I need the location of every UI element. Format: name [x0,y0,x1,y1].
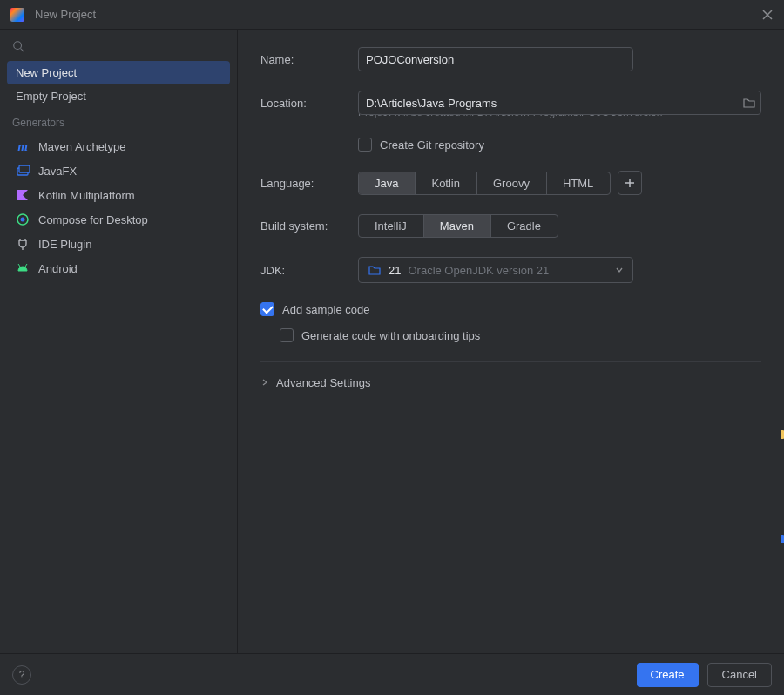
git-repo-checkbox[interactable]: Create Git repository [260,138,761,152]
close-icon[interactable] [761,9,774,21]
language-segmented: Java Kotlin Groovy HTML [358,172,611,195]
name-label: Name: [260,53,358,66]
maven-icon: m [16,139,30,153]
sidebar-item-label: JavaFX [38,165,77,178]
android-icon [16,261,30,275]
build-intellij[interactable]: IntelliJ [359,215,423,237]
plugin-icon [16,237,30,251]
language-java[interactable]: Java [359,172,415,194]
language-groovy[interactable]: Groovy [476,172,546,194]
jdk-description: Oracle OpenJDK version 21 [408,264,549,277]
build-maven[interactable]: Maven [423,215,490,237]
sidebar-item-empty-project[interactable]: Empty Project [7,84,230,108]
onboarding-tips-checkbox[interactable]: Generate code with onboarding tips [260,328,761,342]
gutter-markers [779,30,784,653]
sidebar-item-label: Kotlin Multiplatform [38,189,135,202]
language-kotlin[interactable]: Kotlin [415,172,476,194]
sidebar-item-label: Maven Archetype [38,140,125,153]
chevron-right-icon [260,376,269,389]
add-language-button[interactable] [618,171,642,195]
jdk-version: 21 [389,264,401,277]
kotlin-icon [16,188,30,202]
onboarding-tips-label: Generate code with onboarding tips [301,329,480,342]
language-html[interactable]: HTML [546,172,610,194]
name-input[interactable] [358,47,633,71]
help-button[interactable]: ? [12,665,31,685]
sidebar-item-ide-plugin[interactable]: IDE Plugin [7,232,230,256]
sidebar-item-label: IDE Plugin [38,238,91,251]
build-system-label: Build system: [260,219,358,233]
browse-folder-icon[interactable] [742,96,756,110]
location-input[interactable] [358,91,761,115]
svg-point-4 [21,218,25,222]
add-sample-code-checkbox[interactable]: Add sample code [260,302,761,316]
checkbox-icon [280,328,294,342]
create-button[interactable]: Create [637,663,699,687]
app-icon [10,8,24,22]
window-title: New Project [35,8,96,21]
advanced-settings-label: Advanced Settings [276,376,370,389]
sidebar-item-label: Empty Project [16,90,86,103]
checkbox-icon [358,138,372,152]
jdk-folder-icon [368,263,382,277]
checkbox-icon [260,302,274,316]
build-gradle[interactable]: Gradle [490,215,558,237]
sidebar-item-label: Compose for Desktop [38,213,148,226]
cancel-button[interactable]: Cancel [707,663,772,687]
chevron-down-icon [615,264,624,277]
sidebar-item-kotlin-multiplatform[interactable]: Kotlin Multiplatform [7,183,230,207]
titlebar: New Project [0,0,784,30]
language-label: Language: [260,177,358,190]
sidebar-item-compose-desktop[interactable]: Compose for Desktop [7,207,230,232]
javafx-icon [16,164,30,178]
search-input[interactable] [7,38,230,61]
sidebar-item-android[interactable]: Android [7,256,230,280]
main-panel: Name: Location: Project will be created … [238,30,784,653]
sidebar-item-label: New Project [16,66,77,79]
sidebar-item-maven-archetype[interactable]: m Maven Archetype [7,134,230,159]
sidebar-item-label: Android [38,262,78,275]
sidebar-item-new-project[interactable]: New Project [7,61,230,84]
sidebar-item-javafx[interactable]: JavaFX [7,159,230,183]
build-segmented: IntelliJ Maven Gradle [358,214,558,238]
add-sample-code-label: Add sample code [282,303,369,316]
location-label: Location: [260,97,358,110]
generators-header: Generators [7,108,230,134]
sidebar: New Project Empty Project Generators m M… [0,30,238,653]
advanced-settings-toggle[interactable]: Advanced Settings [260,361,761,389]
search-icon [12,40,24,52]
footer: ? Create Cancel [0,653,784,695]
git-repo-label: Create Git repository [380,138,484,152]
jdk-dropdown[interactable]: 21 Oracle OpenJDK version 21 [358,257,633,283]
plus-icon [625,178,635,188]
svg-rect-2 [19,165,30,172]
svg-point-0 [14,42,22,50]
compose-icon [16,213,30,226]
jdk-label: JDK: [260,264,358,277]
